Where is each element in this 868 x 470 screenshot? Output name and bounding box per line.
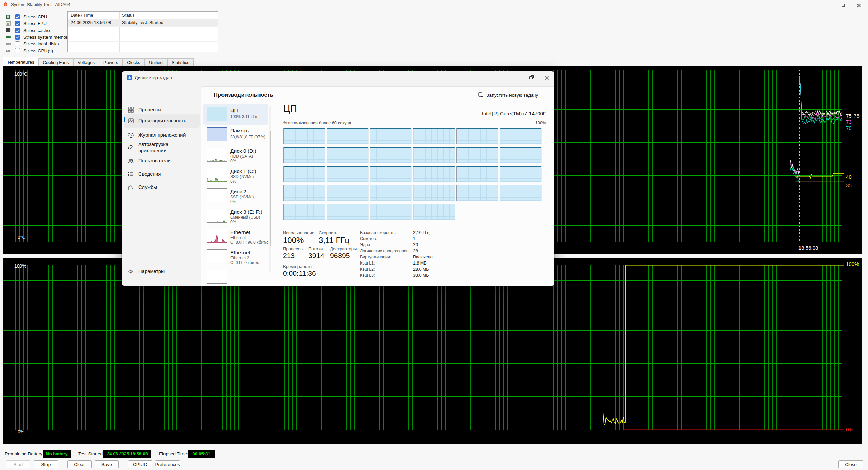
memory-icon bbox=[5, 34, 11, 40]
tab-statistics[interactable]: Statistics bbox=[167, 58, 194, 66]
log-col-status[interactable]: Status bbox=[122, 13, 135, 18]
list-item-title: Диск 1 (C:) bbox=[230, 168, 256, 174]
list-item-диск-2-ssd-nvme-[interactable]: Диск 2SSD (NVMe)0% bbox=[203, 186, 268, 206]
list-scrollbar[interactable] bbox=[269, 106, 271, 273]
cpuid-button[interactable]: CPUID bbox=[128, 460, 152, 468]
stress-option-row: Stress GPU(s) bbox=[5, 47, 53, 54]
sidebar-item-label: Параметры bbox=[138, 268, 165, 274]
list-item-thumbnail bbox=[207, 270, 227, 284]
list-item-ethernet-ethernet[interactable]: EthernetEthernetО: 8,0 П: 96,0 кбит/с bbox=[203, 227, 268, 247]
aida-minimize-button[interactable] bbox=[822, 2, 832, 8]
list-item-диск-0-d-hdd-sata-[interactable]: Диск 0 (D:)HDD (SATA)0% bbox=[203, 145, 268, 165]
cpu-core-chart-22 bbox=[456, 185, 498, 201]
log-cell-status: Stability Test: Started bbox=[122, 20, 163, 25]
stop-button[interactable]: Stop bbox=[34, 460, 58, 468]
stat-label: Скорость bbox=[319, 230, 337, 235]
tab-temperatures[interactable]: Temperatures bbox=[3, 57, 38, 66]
run-new-task-button[interactable]: Запустить новую задачу bbox=[475, 90, 541, 100]
cpu-icon bbox=[5, 14, 11, 19]
preferences-button[interactable]: Preferences bbox=[155, 460, 180, 468]
cpu-temp-khaki-label: 75 bbox=[854, 113, 860, 119]
checkbox-checked[interactable] bbox=[15, 14, 20, 19]
aida-close-button[interactable] bbox=[853, 2, 864, 8]
sidebar-item-details[interactable]: Сведения bbox=[124, 169, 200, 179]
checkbox-checked[interactable] bbox=[15, 28, 20, 33]
performance-panel: Производительность Запустить новую задач… bbox=[201, 86, 554, 286]
list-item-title: Диск 0 (D:) bbox=[230, 148, 256, 154]
settings-icon bbox=[128, 269, 134, 274]
log-col-datetime[interactable]: Date / Time bbox=[71, 13, 93, 18]
tm-restore-button[interactable] bbox=[525, 73, 537, 82]
sidebar-item-performance[interactable]: Производительность bbox=[124, 114, 200, 128]
tm-close-button[interactable] bbox=[541, 73, 553, 82]
sidebar-item-settings[interactable]: Параметры bbox=[124, 266, 200, 277]
stat-label: Использование bbox=[283, 230, 314, 235]
cpu-core-chart-24 bbox=[283, 204, 325, 220]
list-item-ethernet-ethernet-2[interactable]: EthernetEthernet 2О: 0 П: 0 кбит/с bbox=[203, 247, 268, 267]
list-item-subtitle: HDD (SATA) bbox=[230, 154, 253, 159]
cpu-core-chart-9 bbox=[413, 147, 455, 163]
tab-voltages[interactable]: Voltages bbox=[73, 58, 99, 66]
cpu-core-chart-2 bbox=[370, 128, 411, 144]
list-item-цп-100-3-11-ггц[interactable]: ЦП100% 3,11 ГГц bbox=[203, 104, 268, 125]
tm-minimize-button[interactable] bbox=[509, 73, 521, 82]
clear-button[interactable]: Clear bbox=[67, 460, 92, 468]
cpu-core-chart-25 bbox=[327, 204, 368, 220]
sidebar-item-services[interactable]: Службы bbox=[124, 182, 200, 193]
thumbnail-eth bbox=[207, 229, 227, 243]
sidebar-item-label: Пользователи bbox=[138, 158, 171, 164]
cpu-core-chart-1 bbox=[327, 128, 368, 144]
more-options-button[interactable]: … bbox=[542, 90, 552, 99]
tab-cooling-fans[interactable]: Cooling Fans bbox=[38, 58, 73, 66]
list-item-subtitle: SSD (NVMe) bbox=[230, 174, 254, 179]
list-item-value: О: 8,0 П: 96,0 кбит/с bbox=[230, 240, 268, 245]
stat-label: Процессы bbox=[283, 246, 304, 251]
tab-clocks[interactable]: Clocks bbox=[122, 58, 144, 66]
tab-unified[interactable]: Unified bbox=[144, 58, 167, 66]
log-cell-datetime: 24.06.2025 18:56:08 bbox=[71, 20, 111, 25]
checkbox-unchecked[interactable] bbox=[15, 41, 20, 46]
stress-option-row: Stress system memory bbox=[5, 34, 70, 40]
stress-option-row: Stress CPU bbox=[5, 14, 47, 20]
stress-option-row: Stress cache bbox=[5, 27, 50, 33]
table-row[interactable]: 24.06.2025 18:56:08Stability Test: Start… bbox=[68, 19, 218, 26]
stability-log-table: Date / TimeStatus24.06.2025 18:56:08Stab… bbox=[67, 11, 218, 52]
list-item-title: Память bbox=[230, 128, 249, 134]
list-item-title: Ethernet bbox=[230, 229, 250, 235]
detail-value: 1,8 МБ bbox=[413, 261, 426, 266]
aida-restore-button[interactable] bbox=[838, 2, 848, 8]
fpu-icon: % bbox=[5, 21, 11, 26]
close-test-button[interactable]: Close bbox=[838, 460, 863, 468]
disk-icon bbox=[5, 41, 11, 46]
cpu-core-chart-10 bbox=[456, 147, 498, 163]
battery-label: Remaining Battery: bbox=[5, 451, 44, 456]
cpu-core-chart-26 bbox=[370, 204, 411, 220]
list-item-value: 0% bbox=[230, 199, 236, 204]
stress-option-row: %Stress FPU bbox=[5, 20, 47, 26]
nav-menu-button[interactable] bbox=[127, 90, 133, 94]
checkbox-checked[interactable] bbox=[15, 21, 20, 26]
list-item-память-30-8-31-8-гб-97-[interactable]: Память30,8/31,8 ГБ (97%) bbox=[203, 125, 268, 145]
test-started-value: 24.06.2025 18:56:08 bbox=[103, 450, 151, 458]
list-item-диск-1-c-ssd-nvme-[interactable]: Диск 1 (C:)SSD (NVMe)6% bbox=[203, 165, 268, 186]
cpu-core-chart-27 bbox=[413, 204, 455, 220]
cpu-temp-cyan-label: 70 bbox=[846, 125, 852, 131]
list-item-title: ЦП bbox=[230, 107, 238, 113]
checkbox-checked[interactable] bbox=[15, 35, 20, 40]
sidebar-item-startup-apps[interactable]: Автозагрузка приложений bbox=[124, 140, 200, 155]
checkbox-unchecked[interactable] bbox=[15, 48, 20, 53]
usage-axis-top: 100% bbox=[14, 263, 26, 269]
cpu-temp-magenta-label: 73 bbox=[846, 119, 852, 125]
cpu-core-chart-14 bbox=[370, 166, 411, 182]
save-button[interactable]: Save bbox=[95, 460, 119, 468]
list-item-диск-3-e-f-сменный-usb-[interactable]: Диск 3 (E: F:)Сменный (USB)0% bbox=[203, 206, 268, 227]
checkbox-label: Stress system memory bbox=[23, 35, 70, 40]
sidebar-item-processes[interactable]: Процессы bbox=[124, 104, 200, 115]
sidebar-item-label: Сведения bbox=[138, 171, 161, 177]
log-row-separator bbox=[68, 49, 218, 49]
list-item-value: 0% bbox=[230, 220, 236, 224]
scrollbar-thumb[interactable] bbox=[270, 131, 271, 246]
tab-powers[interactable]: Powers bbox=[99, 58, 122, 66]
sidebar-item-users[interactable]: Пользователи bbox=[124, 155, 200, 166]
sidebar-item-app-history[interactable]: Журнал приложений bbox=[124, 130, 200, 140]
